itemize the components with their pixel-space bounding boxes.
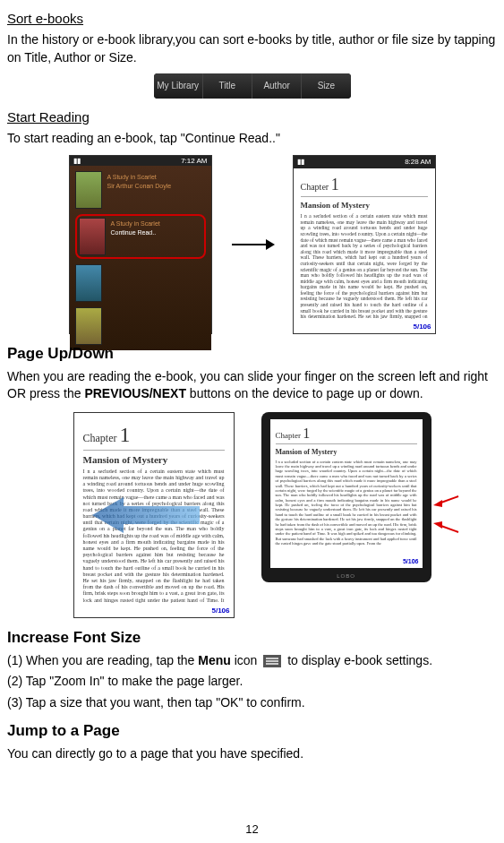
sort-bar-figure: My Library Title Author Size: [7, 73, 497, 99]
svg-marker-4: [433, 500, 442, 507]
continue-read-label: Continue Read..: [111, 228, 201, 237]
library-screenshot: ▮▮ 7:12 AM A Study in Scarlet Sir Arthur…: [69, 155, 212, 334]
page-indicator: 5/106: [294, 320, 435, 333]
pageupdown-figures: Chapter 1 Mansion of Mystery I n a seclu…: [7, 412, 497, 618]
svg-marker-6: [433, 521, 442, 529]
sort-tab-author[interactable]: Author: [252, 73, 302, 99]
chapter-number: 1: [120, 423, 131, 446]
pageupdown-heading: Page Up/Down: [7, 343, 497, 365]
svg-marker-2: [92, 497, 200, 533]
text-segment: (1) When you are reading, tap the: [7, 653, 198, 667]
chapter-title: Mansion of Mystery: [276, 448, 417, 457]
start-reading-heading: Start Reading: [7, 108, 497, 126]
chapter-label: Chapter: [276, 431, 302, 440]
menu-label-bold: Menu: [198, 653, 231, 667]
book-row: A Study in Scarlet Sir Arthur Conan Doyl…: [75, 171, 206, 209]
svg-marker-1: [266, 239, 275, 250]
previous-next-label: PREVIOUS/NEXT: [84, 386, 186, 400]
text-segment: icon: [231, 653, 261, 667]
page-indicator: 5/106: [270, 555, 423, 568]
chapter-number: 1: [331, 176, 339, 194]
chapter-title: Mansion of Mystery: [301, 201, 428, 211]
book-cover-icon: [75, 171, 102, 209]
book-title: A Study in Scarlet: [107, 173, 204, 182]
page-indicator: 5/106: [74, 604, 234, 617]
book-title: A Study in Scarlet: [111, 219, 201, 228]
continue-read-row[interactable]: A Study in Scarlet Continue Read..: [75, 214, 206, 259]
font-step2: (2) Tap "Zoom In" to make the page large…: [7, 673, 497, 691]
book-row: [75, 307, 206, 345]
start-reading-description: To start reading an e-book, tap "Continu…: [7, 130, 497, 148]
reader-page-text: I n a secluded section of a certain east…: [276, 460, 417, 546]
chapter-number: 1: [303, 426, 310, 441]
font-step3: (3) Tap a size that you want, then tap "…: [7, 694, 497, 712]
statusbar: ▮▮ 8:28 AM: [294, 156, 435, 168]
reader-page-text: I n a secluded section of a certain east…: [301, 213, 428, 319]
book-cover-icon: [75, 307, 102, 345]
swipe-screenshot: Chapter 1 Mansion of Mystery I n a seclu…: [73, 412, 235, 618]
font-step1: (1) When you are reading, tap the Menu i…: [7, 652, 497, 670]
sort-tab-title[interactable]: Title: [203, 73, 252, 99]
statusbar-network-icon: ▮▮: [73, 156, 81, 166]
statusbar: ▮▮ 7:12 AM: [70, 156, 211, 166]
reader-screenshot: ▮▮ 8:28 AM Chapter 1 Mansion of Mystery …: [293, 155, 436, 334]
device-frame: Chapter 1 Mansion of Mystery I n a seclu…: [261, 412, 431, 582]
book-cover-icon: [75, 264, 102, 302]
sort-heading: Sort e-books: [7, 9, 497, 28]
chapter-title: Mansion of Mystery: [83, 454, 225, 466]
jump-heading: Jump to a Page: [7, 720, 497, 742]
chapter-label: Chapter: [83, 432, 117, 444]
menu-icon: [263, 655, 281, 667]
device-figure-wrapper: Chapter 1 Mansion of Mystery I n a seclu…: [261, 412, 431, 618]
swipe-left-arrow-icon: [92, 497, 200, 533]
jump-description: You can directly go to a page that you h…: [7, 745, 497, 763]
statusbar-time: 8:28 AM: [405, 157, 431, 167]
text-segment: buttons on the device to page up or down…: [186, 386, 423, 400]
red-arrow-icon: [433, 495, 460, 507]
red-arrow-icon: [433, 521, 460, 534]
statusbar-time: 7:12 AM: [181, 156, 207, 166]
device-logo: LOBO: [337, 572, 355, 580]
chapter-label: Chapter: [301, 182, 329, 192]
reader-page-text: I n a secluded section of a certain east…: [83, 469, 225, 604]
start-reading-figures: ▮▮ 7:12 AM A Study in Scarlet Sir Arthur…: [7, 155, 497, 334]
book-cover-icon: [79, 218, 106, 255]
book-author: Sir Arthur Conan Doyle: [107, 182, 204, 191]
sort-description: In the history or e-book library,you can…: [7, 31, 497, 66]
sort-tab-mylibrary[interactable]: My Library: [154, 73, 203, 99]
arrow-right-icon: [230, 236, 275, 254]
page-number: 12: [245, 821, 258, 838]
text-segment: to display e-book settings.: [284, 653, 432, 667]
sort-tab-size[interactable]: Size: [302, 73, 350, 99]
statusbar-network-icon: ▮▮: [297, 157, 304, 167]
font-heading: Increase Font Size: [7, 627, 497, 649]
book-row: [75, 264, 206, 302]
pageupdown-description: When you are reading the e-book, you can…: [7, 368, 497, 403]
